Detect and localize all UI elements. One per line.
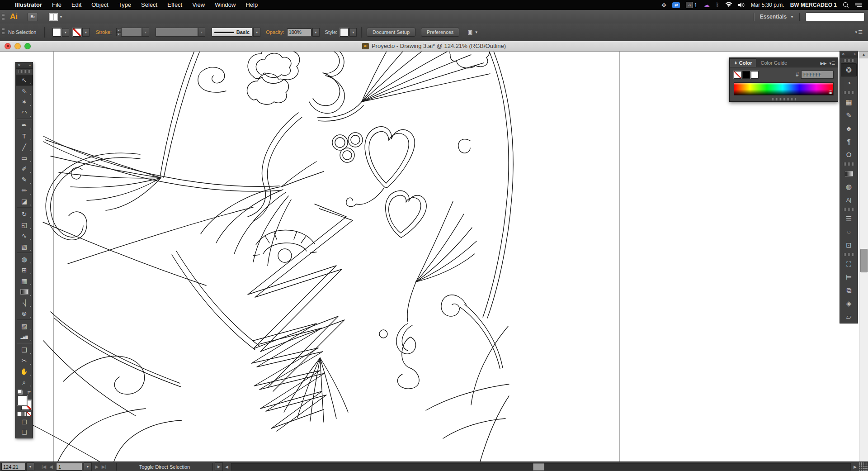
tool-artboard[interactable]: ❑ xyxy=(16,344,33,355)
opacity-label[interactable]: Opacity: xyxy=(266,29,284,35)
tool-blob-brush[interactable]: ✏ xyxy=(16,185,33,196)
menu-item-illustrator[interactable]: Illustrator xyxy=(10,0,47,10)
dock-symbols-button[interactable]: ♣ xyxy=(840,122,858,135)
dock-align-button[interactable]: ⊨ xyxy=(840,271,858,284)
fill-swatch[interactable] xyxy=(17,395,27,405)
dock-grip[interactable] xyxy=(843,59,855,62)
tool-free-transform[interactable]: ▧ xyxy=(16,241,33,252)
menu-item-effect[interactable]: Effect xyxy=(162,0,187,10)
dock-paragraph-button[interactable]: ¶ xyxy=(840,135,858,148)
tool-paintbrush[interactable]: ✐ xyxy=(16,163,33,174)
tool-zoom[interactable]: ⌕ xyxy=(16,377,33,388)
width-profile-dropdown[interactable]: ▼ xyxy=(198,28,205,37)
stroke-label[interactable]: Stroke: xyxy=(96,29,112,35)
dock-appearance-button[interactable]: ◌ xyxy=(840,225,858,238)
first-artboard-button[interactable]: |◀ xyxy=(42,464,46,469)
control-panel-menu-icon[interactable]: ▾☰ xyxy=(855,29,863,35)
dropbox-icon[interactable]: ✥ xyxy=(661,1,666,9)
tool-selection[interactable]: ↖ xyxy=(16,75,33,86)
tool-pen[interactable]: ✒ xyxy=(16,120,33,131)
horizontal-scrollbar[interactable] xyxy=(231,463,851,471)
close-icon[interactable]: ✕ xyxy=(842,52,845,56)
dock-artboard-options-button[interactable]: ⛶ xyxy=(840,257,858,271)
app-search-input[interactable] xyxy=(806,12,864,21)
stroke-color-dropdown[interactable]: ▼ xyxy=(82,28,90,37)
dock-stroke-button[interactable]: ☰ xyxy=(840,212,858,225)
dock-pathfinder-button[interactable]: ⧉ xyxy=(840,284,858,297)
preferences-button[interactable]: Preferences xyxy=(421,28,459,37)
zoom-dropdown[interactable]: ▼ xyxy=(26,462,34,471)
zoom-window-button[interactable] xyxy=(24,43,31,49)
tool-blend[interactable]: ⊚ xyxy=(16,308,33,319)
minimize-window-button[interactable] xyxy=(14,43,21,49)
vertical-scroll-thumb[interactable] xyxy=(860,249,868,272)
opacity-dropdown[interactable]: ▼ xyxy=(312,28,320,37)
style-swatch[interactable] xyxy=(340,28,349,37)
tab-color-guide[interactable]: Color Guide xyxy=(756,59,791,67)
select-similar-dropdown[interactable]: ▼ xyxy=(475,30,478,34)
workspace-switcher[interactable]: Essentials ▼ xyxy=(760,14,794,20)
horizontal-scroll-thumb[interactable] xyxy=(533,463,544,471)
dock-color-guide-button[interactable]: ◔ xyxy=(840,76,858,90)
artboard-dropdown[interactable]: ▼ xyxy=(84,462,92,471)
tool-hand[interactable]: ✋ xyxy=(16,366,33,377)
tool-shape-builder[interactable]: ◍ xyxy=(16,254,33,265)
last-artboard-button[interactable]: ▶| xyxy=(102,464,106,469)
fill-color-swatch[interactable] xyxy=(52,28,61,37)
tool-rotate[interactable]: ↻ xyxy=(16,209,33,219)
dock-group-grip[interactable] xyxy=(843,253,855,256)
tools-panel-grip[interactable] xyxy=(19,70,30,73)
width-profile-field[interactable] xyxy=(156,28,198,37)
tool-symbol-sprayer[interactable]: ▨ xyxy=(16,321,33,332)
drawing-mode-button[interactable]: ❐ xyxy=(17,417,31,427)
tool-line-segment[interactable]: ╱ xyxy=(16,142,33,152)
dock-transparency-button[interactable]: ◍ xyxy=(840,180,858,193)
bridge-button[interactable]: Br xyxy=(28,13,38,21)
canvas[interactable] xyxy=(0,51,859,461)
dock-group-grip[interactable] xyxy=(843,208,855,211)
white-swatch[interactable] xyxy=(751,71,759,79)
app-bar-grip[interactable] xyxy=(2,13,5,21)
scroll-right-arrow[interactable]: ▶ xyxy=(851,463,859,471)
teamviewer-icon[interactable]: ⇄ xyxy=(672,2,680,8)
dock-layers-button[interactable]: ◈ xyxy=(840,297,858,310)
tool-column-graph[interactable]: ▂▅▇ xyxy=(16,332,33,343)
dock-graphic-styles-button[interactable]: ⊡ xyxy=(840,238,858,252)
tool-eyedropper[interactable]: ⎷ xyxy=(16,297,33,308)
menu-item-file[interactable]: File xyxy=(47,0,66,10)
close-window-button[interactable] xyxy=(5,43,11,49)
swap-fill-stroke-button[interactable]: ⇄ xyxy=(27,390,31,395)
notification-center-icon[interactable] xyxy=(855,1,862,9)
dock-group-grip[interactable] xyxy=(843,91,855,94)
adobe-app-icon[interactable]: A 1 xyxy=(686,1,697,9)
menu-item-select[interactable]: Select xyxy=(136,0,162,10)
stroke-weight-dropdown[interactable]: ▼ xyxy=(142,28,149,37)
screen-mode-button[interactable]: ❏ xyxy=(17,427,31,437)
control-bar-grip[interactable] xyxy=(2,28,5,36)
volume-icon[interactable] xyxy=(738,1,745,9)
gradient-mode-button[interactable] xyxy=(22,412,27,416)
dock-character-button[interactable]: A| xyxy=(840,193,858,206)
menu-item-type[interactable]: Type xyxy=(113,0,136,10)
tool-direct-selection[interactable]: ⇖ xyxy=(16,86,33,96)
panel-menu-icon[interactable]: ▾☰ xyxy=(829,61,835,66)
vertical-scrollbar[interactable]: ▲ xyxy=(859,51,868,461)
creative-cloud-icon[interactable]: ☁ xyxy=(703,1,710,9)
brush-dropdown-arrow[interactable]: ▼ xyxy=(253,28,260,37)
bluetooth-icon[interactable]: ᛒ xyxy=(716,1,719,9)
fill-color-dropdown[interactable]: ▼ xyxy=(62,28,69,37)
black-swatch[interactable] xyxy=(742,71,750,79)
tool-magic-wand[interactable]: ✶ xyxy=(16,96,33,107)
style-dropdown[interactable]: ▼ xyxy=(349,28,357,37)
tool-rectangle[interactable]: ▭ xyxy=(16,152,33,163)
menu-item-window[interactable]: Window xyxy=(210,0,241,10)
tool-gradient[interactable] xyxy=(16,286,33,297)
close-icon[interactable]: ✕ xyxy=(18,63,21,67)
tool-perspective-grid[interactable]: ⊞ xyxy=(16,265,33,276)
tool-eraser[interactable]: ◪ xyxy=(16,196,33,207)
tool-type[interactable]: T xyxy=(16,131,33,142)
collapse-icon[interactable]: » xyxy=(29,63,31,67)
tool-mesh[interactable]: ▦ xyxy=(16,276,33,286)
color-mode-button[interactable] xyxy=(17,412,22,416)
zoom-level-field[interactable] xyxy=(1,463,26,471)
